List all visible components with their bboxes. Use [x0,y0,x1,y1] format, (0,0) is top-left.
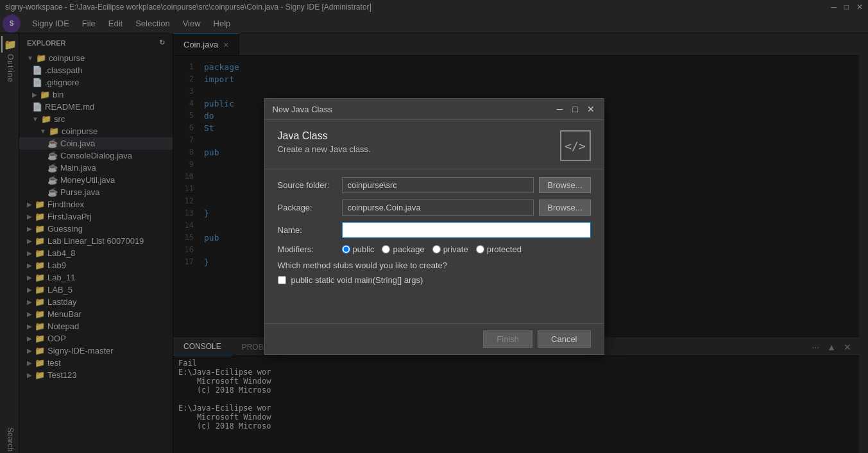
name-input[interactable] [342,222,591,238]
name-row: Name: [278,222,591,238]
source-folder-input[interactable] [342,177,534,193]
dialog-minimize-button[interactable]: ─ [555,104,565,114]
package-row: Package: Browse... [278,200,591,216]
dialog-title-text: New Java Class [273,105,332,114]
dialog-footer: Finish Cancel [265,323,604,354]
dialog-header-subtitle: Create a new Java class. [278,144,371,154]
modifiers-row: Modifiers: public package private [278,244,591,254]
modifier-options: public package private protected [342,244,522,254]
dialog-header: Java Class Create a new Java class. </> [265,120,604,169]
dialog-body: Source folder: Browse... Package: Browse… [265,169,604,323]
new-java-class-dialog: New Java Class ─ □ ✕ Java Class Create a… [264,98,604,355]
modifier-protected-radio[interactable] [476,245,484,253]
dialog-header-text: Java Class Create a new Java class. [278,130,371,154]
source-folder-row: Source folder: Browse... [278,177,591,193]
dialog-title-controls: ─ □ ✕ [555,104,596,114]
dialog-title-bar: New Java Class ─ □ ✕ [265,99,604,120]
modifier-private-label: private [443,244,468,254]
package-label: Package: [278,203,342,212]
finish-button[interactable]: Finish [483,330,532,348]
dialog-header-title: Java Class [278,130,371,142]
source-folder-label: Source folder: [278,180,342,190]
dialog-maximize-button[interactable]: □ [570,104,581,114]
icon-text: </> [565,139,586,153]
modifiers-label: Modifiers: [278,244,342,254]
name-label: Name: [278,225,342,235]
method-stubs-question: Which method stubs would you like to cre… [278,261,591,270]
dialog-close-button[interactable]: ✕ [586,104,596,114]
modifier-public-radio[interactable] [342,245,350,253]
dialog-overlay: New Java Class ─ □ ✕ Java Class Create a… [0,0,868,453]
method-stub-checkbox[interactable] [278,276,286,284]
modifier-protected[interactable]: protected [476,244,522,254]
package-input[interactable] [342,200,534,216]
source-folder-browse-button[interactable]: Browse... [539,177,590,193]
modifier-private[interactable]: private [432,244,468,254]
modifier-package-label: package [393,244,424,254]
cancel-button[interactable]: Cancel [538,330,590,348]
method-stub-item: public static void main(String[] args) [278,275,591,285]
method-stub-label: public static void main(String[] args) [291,275,423,285]
modifier-private-radio[interactable] [432,245,441,253]
modifier-package-radio[interactable] [382,245,390,253]
package-browse-button[interactable]: Browse... [539,200,590,216]
modifier-public-label: public [353,244,375,254]
modifier-package[interactable]: package [382,244,424,254]
dialog-java-icon: </> [560,130,591,161]
modifier-public[interactable]: public [342,244,375,254]
modifier-protected-label: protected [487,244,522,254]
